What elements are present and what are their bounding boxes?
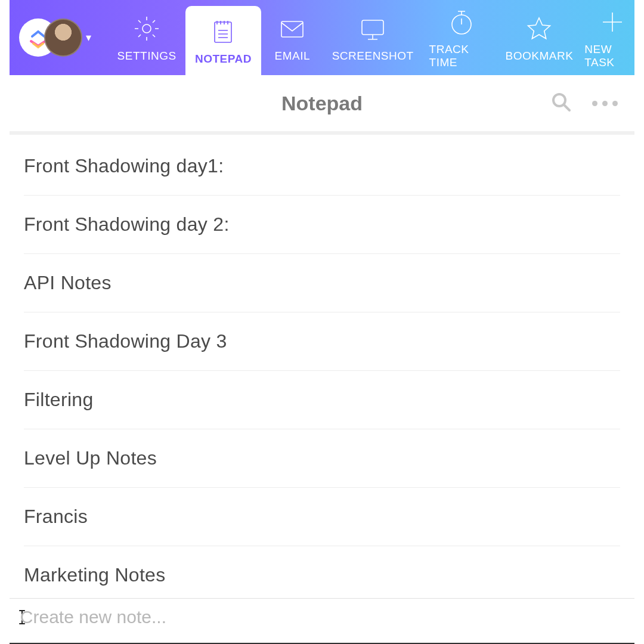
page-title: Notepad	[281, 92, 363, 115]
tab-notepad[interactable]: NOTEPAD	[185, 6, 261, 75]
user-avatar[interactable]	[44, 18, 82, 57]
tab-tracktime[interactable]: TRACK TIME	[422, 0, 501, 75]
note-title: Front Shadowing Day 3	[24, 330, 227, 352]
svg-line-6	[564, 105, 569, 110]
chevron-down-icon[interactable]: ▾	[86, 31, 91, 44]
note-title: Francis	[24, 506, 88, 527]
star-icon	[523, 13, 555, 45]
note-item[interactable]: Francis	[24, 488, 620, 546]
tab-label: NEW TASK	[584, 43, 639, 69]
app-header: ▾ SETTINGS NOTEPAD EMAIL	[10, 0, 634, 75]
tab-label: EMAIL	[275, 49, 311, 63]
note-title: Marketing Notes	[24, 564, 165, 586]
tab-newtask[interactable]: NEW TASK	[577, 0, 644, 75]
note-title: Front Shadowing day 2:	[24, 213, 230, 235]
tab-bookmark[interactable]: BOOKMARK	[501, 0, 578, 75]
subheader-actions	[550, 91, 618, 115]
note-title: Filtering	[24, 389, 94, 410]
tab-label: SETTINGS	[117, 49, 177, 63]
gear-icon	[131, 13, 163, 45]
note-item[interactable]: API Notes	[24, 254, 620, 312]
note-item[interactable]: Filtering	[24, 371, 620, 429]
tab-screenshot[interactable]: SCREENSHOT	[324, 0, 422, 75]
stopwatch-icon	[445, 6, 478, 38]
page-subheader: Notepad	[10, 75, 634, 135]
tab-label: BOOKMARK	[506, 49, 574, 63]
svg-rect-1	[215, 22, 231, 42]
tab-label: SCREENSHOT	[332, 49, 414, 63]
tab-label: NOTEPAD	[195, 52, 252, 66]
tab-label: TRACK TIME	[429, 43, 494, 69]
note-item[interactable]: Front Shadowing day 2:	[24, 196, 620, 254]
tab-settings[interactable]: SETTINGS	[108, 0, 185, 75]
search-icon[interactable]	[550, 91, 572, 115]
note-item[interactable]: Front Shadowing Day 3	[24, 312, 620, 371]
create-note-input[interactable]	[20, 607, 628, 627]
create-note-bar	[10, 598, 634, 644]
plus-icon	[596, 6, 628, 38]
svg-rect-3	[362, 20, 383, 35]
tab-email[interactable]: EMAIL	[261, 0, 324, 75]
monitor-icon	[357, 13, 389, 45]
header-nav: SETTINGS NOTEPAD EMAIL SCREENSHOT	[108, 0, 644, 75]
svg-rect-2	[281, 21, 303, 37]
note-title: Front Shadowing day1:	[24, 155, 224, 177]
note-title: Level Up Notes	[24, 447, 157, 469]
brand-cluster[interactable]: ▾	[19, 18, 91, 57]
svg-point-0	[143, 24, 151, 33]
note-item[interactable]: Marketing Notes	[24, 546, 620, 605]
note-item[interactable]: Front Shadowing day1:	[24, 135, 620, 196]
note-item[interactable]: Level Up Notes	[24, 429, 620, 488]
note-title: API Notes	[24, 272, 112, 293]
notepad-icon	[207, 16, 239, 48]
note-list: Front Shadowing day1: Front Shadowing da…	[10, 135, 634, 605]
envelope-icon	[276, 13, 308, 45]
more-icon[interactable]	[592, 101, 618, 106]
